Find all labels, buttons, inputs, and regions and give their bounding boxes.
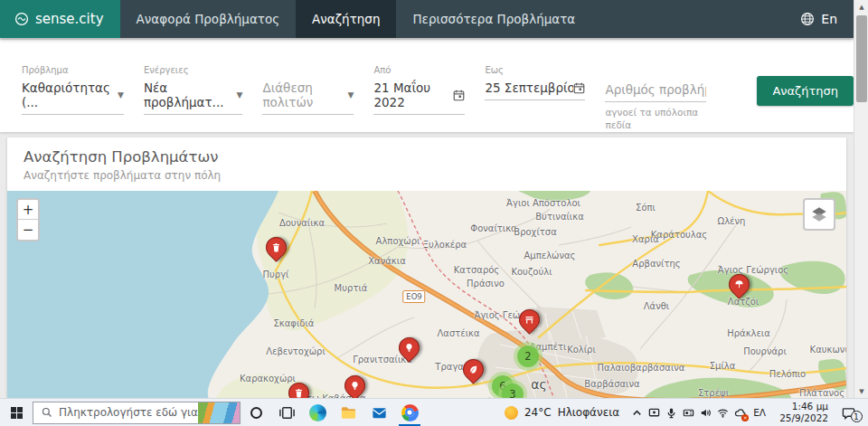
disposition-placeholder: Διάθεση πολιτών [262,80,340,109]
scrollbar-up-arrow[interactable]: ▲ [854,0,868,14]
start-button[interactable] [0,399,33,426]
tray-onedrive-button[interactable]: × [731,399,749,426]
filter-bar: Πρόβλημα Καθαριότητας (...▼ Ενέργειες Νέ… [0,40,854,132]
road-label-eo9: ΕΟ9 [402,290,425,303]
weather-condition: Ηλιοφάνεια [558,406,620,419]
display-icon [648,407,660,419]
chrome-button[interactable] [394,399,425,426]
date-from-value: 21 Μαΐου 2022 [373,80,453,109]
date-from-picker[interactable]: Από 21 Μαΐου 2022 [373,65,465,115]
zoom-in-button[interactable]: + [18,200,38,220]
lightbulb-icon [340,371,370,401]
nav-item-more-problems[interactable]: Περισσότερα Προβλήματα [396,0,591,38]
problem-label: Πρόβλημα [22,65,124,77]
map-marker-bench[interactable] [517,308,541,334]
layers-icon [810,205,828,223]
cluster-count: 2 [517,346,539,367]
weather-temp: 24°C [524,406,552,419]
scrollbar-down-arrow[interactable]: ▼ [854,384,868,398]
tray-wifi-button[interactable] [714,399,731,426]
taskbar-clock[interactable]: 1:46 μμ 25/9/2022 [770,401,835,424]
calendar-icon [453,90,465,101]
windows-taskbar: Πληκτρολογήστε εδώ για 24°C Ηλιοφάνεια [0,398,868,426]
clock-time: 1:46 μμ [779,401,828,412]
trash-icon [261,232,291,262]
nav-item-report-problem[interactable]: Αναφορά Προβλήματος [120,0,297,38]
problem-number-input[interactable] [605,82,706,102]
tray-volume-button[interactable] [697,399,714,426]
lightbulb-icon [394,333,424,363]
task-view-icon [278,404,296,421]
date-from-label: Από [373,65,465,77]
map-marker-lightbulb[interactable] [343,374,366,400]
mail-icon [371,404,388,421]
tray-display-button[interactable] [646,399,663,426]
microphone-icon [665,407,677,419]
taskbar-search-box[interactable]: Πληκτρολογήστε εδώ για [33,402,241,424]
map-marker-leaf[interactable] [461,358,485,383]
problem-value: Καθαριότητας (... [22,80,110,109]
chrome-icon [401,404,419,421]
language-label: En [821,12,837,26]
map-marker-umbrella[interactable] [727,273,750,298]
search-button[interactable]: Αναζήτηση [757,76,854,106]
map-marker-trash[interactable] [264,236,288,261]
speaker-icon [700,407,712,419]
actions-select[interactable]: Ενέργειες Νέα προβλήματ...▼ [144,65,243,115]
scrollbar-thumb[interactable] [856,15,867,102]
problem-select[interactable]: Πρόβλημα Καθαριότητας (...▼ [22,65,124,115]
sync-error-badge: × [741,414,749,421]
tray-show-hidden-icons-button[interactable] [628,399,646,426]
brand-name: sense.city [35,11,104,27]
search-highlight-image[interactable] [198,402,241,423]
brand-logo[interactable]: sense.city [0,0,120,38]
screen: sense.city Αναφορά Προβλήματος Αναζήτηση… [0,0,868,426]
cortana-icon [250,407,262,419]
mail-button[interactable] [363,399,394,426]
search-icon [42,407,52,418]
nav-item-search[interactable]: Αναζήτηση [296,0,396,38]
cast-icon [683,407,694,419]
actions-label: Ενέργειες [144,65,243,77]
edge-icon [309,404,326,421]
actions-value: Νέα προβλήματ... [144,80,230,109]
wifi-icon [717,407,729,419]
tray-microphone-button[interactable] [663,399,680,426]
edge-button[interactable] [302,399,333,426]
problem-number-hint: αγνοεί τα υπόλοιπα πεδία [605,107,706,131]
map-canvas[interactable]: + − Άγιοι ΑπόστολοιΒυτιναίικαΣόπιΩλένηΚα… [7,191,846,404]
task-view-button[interactable] [271,399,302,426]
navbar: sense.city Αναφορά Προβλήματος Αναζήτηση… [0,0,854,38]
map-base-tiles [7,191,846,404]
map-zoom-control: + − [16,198,40,241]
disposition-select[interactable]: Διάθεση πολιτών▼ [262,65,354,115]
tray-cast-button[interactable] [680,399,697,426]
leaf-icon [458,355,488,384]
chevron-up-icon [631,407,643,419]
taskbar-weather-widget[interactable]: 24°C Ηλιοφάνεια [495,399,628,426]
bench-icon [514,305,544,335]
map-layers-button[interactable] [803,198,835,231]
chevron-down-icon: ▼ [237,90,243,99]
date-to-label: Εως [485,65,585,77]
file-explorer-button[interactable] [333,399,363,426]
globe-icon [800,12,815,26]
clock-date: 25/9/2022 [779,412,828,424]
tray-language-indicator[interactable]: ΕΛ [749,407,770,418]
chevron-down-icon: ▼ [347,90,354,99]
map-cluster[interactable]: 2 [514,342,542,371]
problem-number-field: αγνοεί τα υπόλοιπα πεδία [605,65,706,131]
page-scrollbar[interactable]: ▲ ▼ [854,0,868,398]
umbrella-icon [724,270,754,299]
map-card-title: Αναζήτηση Προβλημάτων [24,148,830,166]
language-switcher[interactable]: En [800,0,854,38]
zoom-out-button[interactable]: − [18,220,38,240]
map-marker-lightbulb[interactable] [397,336,420,362]
map-card-subtitle: Αναζητήστε προβλήματα στην πόλη [24,169,830,182]
sense-city-logo-icon [14,12,29,26]
cortana-button[interactable] [241,399,271,426]
action-center-button[interactable]: 1 [835,399,868,426]
date-to-picker[interactable]: Εως 25 Σεπτεμβρίου 2 [485,65,585,100]
windows-logo-icon [11,407,23,419]
notification-count-badge: 1 [851,411,863,422]
